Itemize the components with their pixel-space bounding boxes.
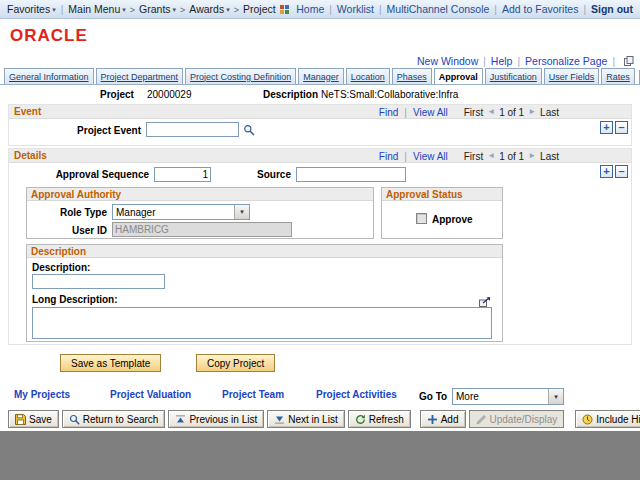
- multichannel-console-link[interactable]: MultiChannel Console: [387, 3, 490, 15]
- separator: [489, 3, 502, 15]
- add-button[interactable]: Add: [420, 410, 466, 428]
- breadcrumb-awards[interactable]: Awards: [189, 3, 229, 15]
- home-link[interactable]: Home: [296, 3, 324, 15]
- view-all-link[interactable]: View All: [413, 107, 448, 118]
- tab-general-information[interactable]: General Information: [4, 68, 94, 84]
- tab-manager[interactable]: Manager: [298, 68, 344, 84]
- previous-row-icon[interactable]: [487, 108, 495, 116]
- refresh-button[interactable]: Refresh: [348, 410, 411, 428]
- project-event-input[interactable]: [146, 122, 239, 137]
- breadcrumb-separator: [126, 3, 139, 15]
- tab-location[interactable]: Location: [346, 68, 390, 84]
- add-to-favorites-link[interactable]: Add to Favorites: [502, 3, 578, 15]
- long-description-label: Long Description:: [32, 294, 118, 305]
- next-row-icon[interactable]: [528, 108, 536, 116]
- update-display-icon: [476, 414, 487, 425]
- my-projects-link[interactable]: My Projects: [14, 389, 70, 400]
- next-in-list-icon: [274, 414, 285, 425]
- save-button[interactable]: Save: [8, 410, 59, 428]
- add-row-button[interactable]: +: [600, 165, 613, 178]
- return-to-search-icon: [69, 414, 80, 425]
- add-icon: [427, 414, 438, 425]
- approval-authority-groupbox: Approval Authority Role Type Manager Use…: [26, 187, 374, 239]
- tab-user-fields[interactable]: User Fields: [544, 68, 600, 84]
- approval-status-groupbox: Approval Status Approve: [381, 187, 503, 239]
- previous-in-list-button[interactable]: Previous in List: [168, 410, 264, 428]
- separator: [374, 3, 387, 15]
- view-all-link[interactable]: View All: [413, 151, 448, 162]
- next-in-list-button[interactable]: Next in List: [267, 410, 344, 428]
- return-to-search-button[interactable]: Return to Search: [62, 410, 166, 428]
- add-row-button[interactable]: +: [600, 121, 613, 134]
- tab-approval[interactable]: Approval: [434, 68, 483, 84]
- role-type-select[interactable]: Manager: [112, 204, 250, 220]
- worklist-link[interactable]: Worklist: [337, 3, 374, 15]
- next-in-list-button-label: Next in List: [288, 414, 337, 425]
- project-team-link[interactable]: Project Team: [222, 389, 284, 400]
- description-label: Description: [263, 89, 318, 100]
- help-link[interactable]: Help: [491, 55, 513, 67]
- page-toolbar: Save Return to Search Previous in List N…: [8, 410, 640, 428]
- related-content-icon[interactable]: [280, 5, 289, 14]
- tab-project-department[interactable]: Project Department: [96, 68, 184, 84]
- include-history-button-label: Include History: [596, 414, 640, 425]
- copy-url-icon[interactable]: [624, 56, 634, 66]
- details-row-actions: + –: [600, 165, 628, 178]
- new-window-link[interactable]: New Window: [417, 55, 478, 67]
- find-link[interactable]: Find: [379, 107, 398, 118]
- approve-checkbox[interactable]: [416, 213, 427, 224]
- separator: [402, 151, 409, 162]
- project-valuation-link[interactable]: Project Valuation: [110, 389, 191, 400]
- update-display-button-label: Update/Display: [490, 414, 558, 425]
- project-activities-link[interactable]: Project Activities: [316, 389, 397, 400]
- breadcrumb-project: Project: [243, 3, 276, 15]
- project-event-lookup-icon[interactable]: [243, 124, 255, 136]
- favorites-menu[interactable]: Favorites: [7, 3, 56, 15]
- tab-project-costing-definition[interactable]: Project Costing Definition: [185, 68, 296, 84]
- include-history-button[interactable]: Include History: [575, 410, 640, 428]
- add-button-label: Add: [441, 414, 459, 425]
- last-label: Last: [540, 107, 559, 118]
- description-groupbox-header: Description: [27, 245, 502, 258]
- save-as-template-button[interactable]: Save as Template: [60, 354, 161, 372]
- window-background: [0, 431, 640, 480]
- personalize-page-link[interactable]: Personalize Page: [525, 55, 607, 67]
- separator: [512, 55, 525, 67]
- goto-value: More: [456, 391, 479, 402]
- oracle-logo: ORACLE: [10, 26, 88, 46]
- goto-select[interactable]: More: [452, 388, 564, 405]
- event-section-header: Event Find View All First 1 of 1 Last: [9, 105, 631, 119]
- delete-row-button[interactable]: –: [615, 165, 628, 178]
- approve-label: Approve: [432, 214, 473, 225]
- tab-rates[interactable]: Rates: [601, 68, 635, 84]
- source-input[interactable]: [296, 167, 406, 182]
- goto-label: Go To: [419, 391, 447, 402]
- previous-in-list-icon: [175, 414, 186, 425]
- breadcrumb-grants[interactable]: Grants: [139, 3, 176, 15]
- portal-header-bar: Favorites Main Menu Grants Awards Projec…: [0, 0, 640, 19]
- previous-row-icon[interactable]: [487, 152, 495, 160]
- delete-row-button[interactable]: –: [615, 121, 628, 134]
- peoplesoft-project-page: Favorites Main Menu Grants Awards Projec…: [0, 0, 640, 480]
- next-row-icon[interactable]: [528, 152, 536, 160]
- description-input[interactable]: [32, 274, 165, 289]
- last-label: Last: [540, 151, 559, 162]
- project-label: Project: [100, 89, 134, 100]
- first-label: First: [464, 107, 483, 118]
- refresh-icon: [355, 414, 366, 425]
- return-to-search-button-label: Return to Search: [83, 414, 159, 425]
- tab-phases[interactable]: Phases: [392, 68, 432, 84]
- project-event-label: Project Event: [9, 125, 141, 136]
- copy-project-button[interactable]: Copy Project: [196, 354, 275, 372]
- main-menu[interactable]: Main Menu: [68, 3, 125, 15]
- page-tabs: General Information Project Department P…: [4, 67, 640, 84]
- separator: [56, 3, 69, 15]
- sign-out-link[interactable]: Sign out: [591, 3, 633, 15]
- tab-justification[interactable]: Justification: [485, 68, 542, 84]
- first-label: First: [464, 151, 483, 162]
- find-link[interactable]: Find: [379, 151, 398, 162]
- approval-status-header: Approval Status: [382, 188, 502, 201]
- page-utility-links: New Window Help Personalize Page: [417, 55, 634, 67]
- long-description-textarea[interactable]: [32, 307, 492, 339]
- expand-textarea-icon[interactable]: [479, 297, 491, 307]
